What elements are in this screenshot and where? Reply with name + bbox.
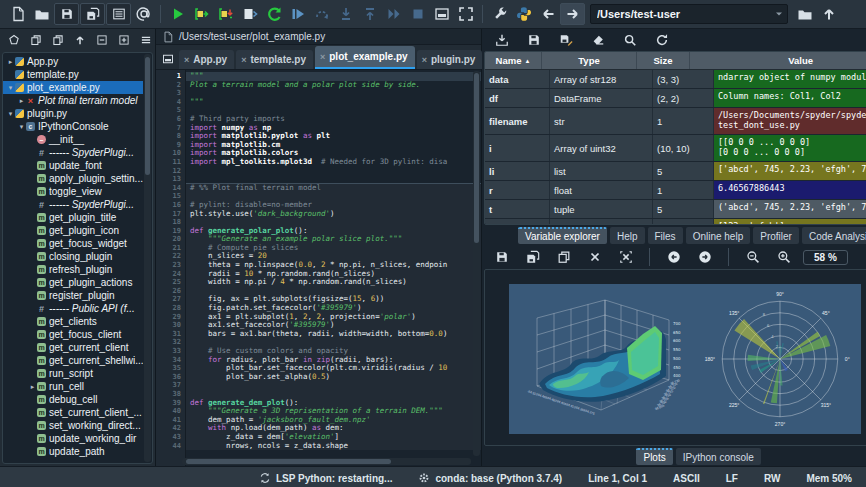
- copy-icon[interactable]: [25, 30, 46, 50]
- table-row[interactable]: lilist5['abcd', 745, 2.23, 'efgh', 70.2]: [485, 162, 866, 181]
- save-data-icon[interactable]: [522, 29, 545, 51]
- tab-ipython-console[interactable]: IPython console: [676, 448, 761, 465]
- outline-item[interactable]: mupdate_working_dir: [3, 432, 143, 445]
- table-row[interactable]: ttuple5('abcd', 745, 2.23, 'efgh', 70.2): [485, 200, 866, 219]
- tab-close-icon[interactable]: ×: [422, 55, 427, 65]
- editor-tab[interactable]: ×App.py: [179, 50, 234, 69]
- tab-code-analysis[interactable]: Code Analysis: [802, 227, 866, 244]
- outline-item[interactable]: mget_current_shellwi...: [3, 354, 143, 367]
- save-plot-icon[interactable]: [490, 246, 513, 268]
- outline-item[interactable]: mapply_plugin_settin...: [3, 172, 143, 185]
- table-row[interactable]: iArray of uint32(10, 10)[[0 0 0 ... 0 0 …: [485, 135, 866, 162]
- run-cell-icon[interactable]: [190, 3, 213, 25]
- cell-value[interactable]: ('abcd', 745, 2.23, 'efgh', 70.2): [714, 200, 866, 218]
- run-cell-advance-icon[interactable]: [214, 3, 237, 25]
- browse-directory-icon[interactable]: [793, 3, 816, 25]
- debug-continue-icon[interactable]: [382, 3, 405, 25]
- save-icon[interactable]: [54, 3, 79, 25]
- tab-help[interactable]: Help: [610, 227, 645, 244]
- cell-value[interactable]: ['abcd', 745, 2.23, 'efgh', 70.2]: [714, 162, 866, 180]
- outline-item[interactable]: mclosing_plugin: [3, 250, 143, 263]
- cell-value[interactable]: [[0 0 0 ... 0 0 0] [0 0 0 ... 0 0 0]: [714, 135, 866, 161]
- remove-plot-icon[interactable]: [583, 246, 606, 268]
- editor-body[interactable]: 1234567891011121314151617181920212223242…: [156, 70, 481, 466]
- table-row[interactable]: dfDataFrame(2, 2)Column names: Col1, Col…: [485, 89, 866, 108]
- outline-item[interactable]: mget_focus_widget: [3, 237, 143, 250]
- outline-item[interactable]: mdebug_cell: [3, 393, 143, 406]
- debug-step-over-icon[interactable]: [310, 3, 333, 25]
- previous-plot-icon[interactable]: [662, 246, 685, 268]
- table-row[interactable]: rfloat16.46567886443: [485, 181, 866, 200]
- outline-item[interactable]: ▸App.py: [3, 55, 143, 68]
- new-file-icon[interactable]: [6, 3, 29, 25]
- outline-item[interactable]: mrun_script: [3, 367, 143, 380]
- preferences-icon[interactable]: [488, 3, 511, 25]
- column-header-value[interactable]: Value: [690, 52, 866, 69]
- outline-scrollbar[interactable]: [144, 54, 151, 462]
- outline-item[interactable]: #------ Public API (f...: [3, 302, 143, 315]
- outline-item[interactable]: ▸mrun_cell: [3, 380, 143, 393]
- outline-item[interactable]: ▾plot_example.py: [3, 81, 143, 94]
- import-data-icon[interactable]: [490, 29, 513, 51]
- outline-item[interactable]: ▾cIPythonConsole: [3, 120, 143, 133]
- cell-value[interactable]: Column names: Col1, Col2: [714, 89, 866, 107]
- outline-item[interactable]: #------ SpyderPlugi...: [3, 146, 143, 159]
- outline-item[interactable]: mset_working_direct...: [3, 419, 143, 432]
- chevron-right-icon[interactable]: ▸: [28, 383, 37, 391]
- tab-close-icon[interactable]: ×: [320, 52, 325, 62]
- remove-variables-icon[interactable]: [586, 29, 609, 51]
- column-header-name[interactable]: Name▲: [485, 52, 542, 69]
- outline-item[interactable]: mget_clients: [3, 315, 143, 328]
- save-data-as-icon[interactable]: [554, 29, 577, 51]
- outline-item[interactable]: mget_current_client: [3, 341, 143, 354]
- run-file-icon[interactable]: [166, 3, 189, 25]
- outline-item[interactable]: mget_plugin_icon: [3, 224, 143, 237]
- editor-tab[interactable]: ×plot_example.py: [315, 46, 415, 69]
- debug-step-out-icon[interactable]: [358, 3, 381, 25]
- tab-profiler[interactable]: Profiler: [753, 227, 799, 244]
- search-variable-icon[interactable]: [618, 29, 641, 51]
- outline-item[interactable]: template.py: [3, 68, 143, 81]
- table-row[interactable]: filenamestr1/Users/Documents/spyder/spyd…: [485, 108, 866, 135]
- outline-item[interactable]: mget_plugin_actions: [3, 276, 143, 289]
- outline-item[interactable]: ▸×Plot final terrain model: [3, 94, 143, 107]
- zoom-out-icon[interactable]: [741, 246, 764, 268]
- outline-item[interactable]: mget_focus_client: [3, 328, 143, 341]
- tab-files[interactable]: Files: [648, 227, 683, 244]
- table-row[interactable]: tinylistlist2[123, 'efgh']: [485, 219, 866, 224]
- chevron-down-icon[interactable]: [773, 8, 785, 20]
- zoom-in-icon[interactable]: [772, 246, 795, 268]
- go-to-cursor-icon[interactable]: [3, 30, 24, 50]
- tab-plots[interactable]: Plots: [636, 448, 672, 465]
- cell-value[interactable]: [123, 'efgh']: [714, 219, 866, 224]
- parent-directory-icon[interactable]: [817, 3, 840, 25]
- forward-icon[interactable]: [560, 3, 585, 25]
- outline-item[interactable]: mtoggle_view: [3, 185, 143, 198]
- outline-item[interactable]: mupdate_font: [3, 159, 143, 172]
- cell-value[interactable]: /Users/Documents/spyder/spyder/tests/ te…: [714, 108, 866, 134]
- back-icon[interactable]: [536, 3, 559, 25]
- outline-item[interactable]: mrefresh_plugin: [3, 263, 143, 276]
- remove-all-plots-icon[interactable]: [614, 246, 637, 268]
- outline-item[interactable]: mupdate_path: [3, 445, 143, 458]
- tab-close-icon[interactable]: ×: [241, 55, 246, 65]
- cell-value[interactable]: ndarray object of numpy module: [714, 70, 866, 88]
- outline-options-icon[interactable]: [135, 30, 156, 50]
- chevron-right-icon[interactable]: ▸: [6, 58, 15, 66]
- working-directory-input[interactable]: [597, 8, 773, 20]
- copy-path-icon[interactable]: [47, 30, 68, 50]
- chevron-down-icon[interactable]: ▾: [6, 110, 15, 118]
- editor-tab[interactable]: ×plugin.py: [417, 50, 483, 69]
- outline-item[interactable]: #------ SpyderPlugi...: [3, 198, 143, 211]
- debug-file-icon[interactable]: [286, 3, 309, 25]
- tab-online-help[interactable]: Online help: [686, 227, 751, 244]
- collapse-all-icon[interactable]: [91, 30, 112, 50]
- column-header-type[interactable]: Type: [542, 52, 637, 69]
- column-header-size[interactable]: Size: [637, 52, 690, 69]
- copy-plot-icon[interactable]: [552, 246, 575, 268]
- outline-item[interactable]: mget_plugin_title: [3, 211, 143, 224]
- expand-all-icon[interactable]: [113, 30, 134, 50]
- editor-hscrollbar[interactable]: [182, 458, 471, 465]
- chevron-down-icon[interactable]: ▾: [6, 84, 15, 92]
- tab-variable-explorer[interactable]: Variable explorer: [518, 227, 607, 244]
